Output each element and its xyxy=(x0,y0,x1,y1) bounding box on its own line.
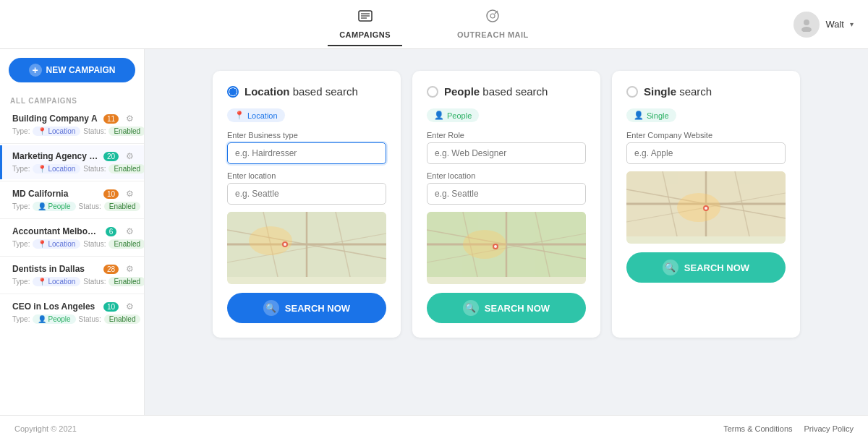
type-icon: 👤 xyxy=(38,202,46,210)
campaign-name: Accountant Melbourn xyxy=(12,226,99,236)
svg-point-7 xyxy=(804,20,809,25)
campaign-list: Building Company A 11 ⚙ Type: 📍 Location… xyxy=(0,108,144,330)
terms-link[interactable]: Terms & Conditions xyxy=(723,424,792,433)
radio-button[interactable] xyxy=(626,86,638,98)
search-cards: Location based search 📍 Location Enter B… xyxy=(159,64,854,338)
type-badge: 📍 Location xyxy=(33,277,80,286)
field-label-0: Enter Company Website xyxy=(626,131,786,140)
content-area: Location based search 📍 Location Enter B… xyxy=(145,49,868,415)
tag-icon: 👤 xyxy=(634,111,644,120)
card-tag: 📍 Location xyxy=(227,108,285,122)
gear-icon[interactable]: ⚙ xyxy=(126,114,134,124)
tag-icon: 📍 xyxy=(234,111,244,120)
type-icon: 📍 xyxy=(38,127,46,135)
svg-point-41 xyxy=(705,207,707,210)
status-label: Status: xyxy=(79,315,101,323)
search-icon: 🔍 xyxy=(263,300,279,316)
sidebar-item-campaign[interactable]: CEO in Los Angeles 10 ⚙ Type: 👤 People S… xyxy=(0,296,144,330)
campaign-badge: 6 xyxy=(106,227,117,236)
plus-icon: + xyxy=(29,64,42,77)
svg-point-19 xyxy=(284,243,286,246)
map-preview xyxy=(227,212,386,284)
new-campaign-button[interactable]: + NEW CAMPAIGN xyxy=(9,58,135,82)
sidebar-item-campaign[interactable]: Building Company A 11 ⚙ Type: 📍 Location… xyxy=(0,108,144,142)
nav-tabs: CAMPAIGNS OUTREACH MAIL xyxy=(328,2,540,46)
sidebar-item-campaign[interactable]: MD California 10 ⚙ Type: 👤 People Status… xyxy=(0,183,144,217)
card-tag: 👤 People xyxy=(427,108,479,122)
status-badge: Enabled xyxy=(104,314,141,324)
sidebar: + NEW CAMPAIGN ALL CAMPAIGNS Building Co… xyxy=(0,49,145,415)
campaign-badge: 11 xyxy=(103,114,119,124)
gear-icon[interactable]: ⚙ xyxy=(126,151,134,161)
type-icon: 📍 xyxy=(38,240,46,248)
status-badge: Enabled xyxy=(109,127,145,136)
type-label: Type: xyxy=(12,315,30,323)
field-input-0[interactable] xyxy=(227,142,386,164)
type-badge: 👤 People xyxy=(33,314,75,324)
gear-icon[interactable]: ⚙ xyxy=(126,189,134,199)
type-badge: 👤 People xyxy=(33,202,75,211)
tab-campaigns[interactable]: CAMPAIGNS xyxy=(328,2,402,46)
tab-campaigns-label: CAMPAIGNS xyxy=(339,30,391,39)
tab-outreach[interactable]: OUTREACH MAIL xyxy=(446,2,540,46)
type-badge: 📍 Location xyxy=(33,127,80,136)
radio-button[interactable] xyxy=(427,86,438,98)
user-menu[interactable]: Walt ▾ xyxy=(793,12,854,38)
search-btn-label: SEARCH NOW xyxy=(285,303,350,314)
card-title: Location based search xyxy=(244,85,358,98)
tag-icon: 👤 xyxy=(434,111,444,120)
field-input-0[interactable] xyxy=(427,142,586,164)
campaign-badge: 28 xyxy=(103,265,119,274)
campaign-name: CEO in Los Angeles xyxy=(12,301,99,312)
footer: Copyright © 2021 Terms & Conditions Priv… xyxy=(0,415,868,441)
campaign-name: Building Company A xyxy=(12,114,99,124)
type-label: Type: xyxy=(12,202,30,210)
field-label-0: Enter Role xyxy=(427,131,586,140)
gear-icon[interactable]: ⚙ xyxy=(126,264,134,274)
type-badge: 📍 Location xyxy=(33,164,80,174)
search-now-button[interactable]: 🔍 SEARCH NOW xyxy=(227,293,386,323)
status-label: Status: xyxy=(83,240,106,248)
gear-icon[interactable]: ⚙ xyxy=(126,226,134,236)
privacy-link[interactable]: Privacy Policy xyxy=(804,424,854,433)
field-label-1: Enter location xyxy=(227,171,386,180)
sidebar-item-campaign[interactable]: Marketing Agency London 20 ⚙ Type: 📍 Loc… xyxy=(0,145,144,179)
outreach-icon xyxy=(485,8,501,27)
gear-icon[interactable]: ⚙ xyxy=(126,301,134,312)
type-label: Type: xyxy=(12,278,30,286)
type-label: Type: xyxy=(12,240,30,248)
map-preview xyxy=(626,171,786,244)
campaign-badge: 20 xyxy=(103,152,119,161)
sidebar-item-campaign[interactable]: Accountant Melbourn 6 ⚙ Type: 📍 Location… xyxy=(0,220,144,254)
search-card-single: Single search 👤 Single Enter Company Web… xyxy=(612,71,800,338)
search-now-button[interactable]: 🔍 SEARCH NOW xyxy=(626,252,786,283)
svg-point-30 xyxy=(494,245,497,248)
sidebar-item-campaign[interactable]: Dentists in Dallas 28 ⚙ Type: 📍 Location… xyxy=(0,258,144,292)
svg-point-5 xyxy=(490,14,495,18)
card-title: People based search xyxy=(444,85,548,98)
campaign-name: Marketing Agency London xyxy=(12,151,99,161)
search-icon: 🔍 xyxy=(463,300,479,316)
top-navigation: CAMPAIGNS OUTREACH MAIL Walt ▾ xyxy=(0,0,868,49)
status-label: Status: xyxy=(83,165,106,173)
campaigns-icon xyxy=(357,8,373,27)
status-badge: Enabled xyxy=(104,202,141,211)
search-icon: 🔍 xyxy=(663,260,678,275)
campaign-badge: 10 xyxy=(103,189,119,199)
radio-button[interactable] xyxy=(227,86,239,98)
field-input-1[interactable] xyxy=(227,183,386,205)
search-now-button[interactable]: 🔍 SEARCH NOW xyxy=(427,293,586,323)
search-card-location: Location based search 📍 Location Enter B… xyxy=(213,71,401,338)
copyright: Copyright © 2021 xyxy=(14,424,77,433)
status-badge: Enabled xyxy=(109,164,145,174)
all-campaigns-label: ALL CAMPAIGNS xyxy=(0,91,144,108)
search-card-people: People based search 👤 People Enter Role … xyxy=(412,71,600,338)
field-input-1[interactable] xyxy=(427,183,586,205)
field-input-0[interactable] xyxy=(626,142,786,164)
type-label: Type: xyxy=(12,165,30,173)
card-header: Location based search xyxy=(227,85,386,98)
footer-links: Terms & Conditions Privacy Policy xyxy=(723,424,854,433)
search-btn-label: SEARCH NOW xyxy=(485,303,550,314)
card-tag: 👤 Single xyxy=(626,108,676,122)
status-label: Status: xyxy=(83,127,106,135)
